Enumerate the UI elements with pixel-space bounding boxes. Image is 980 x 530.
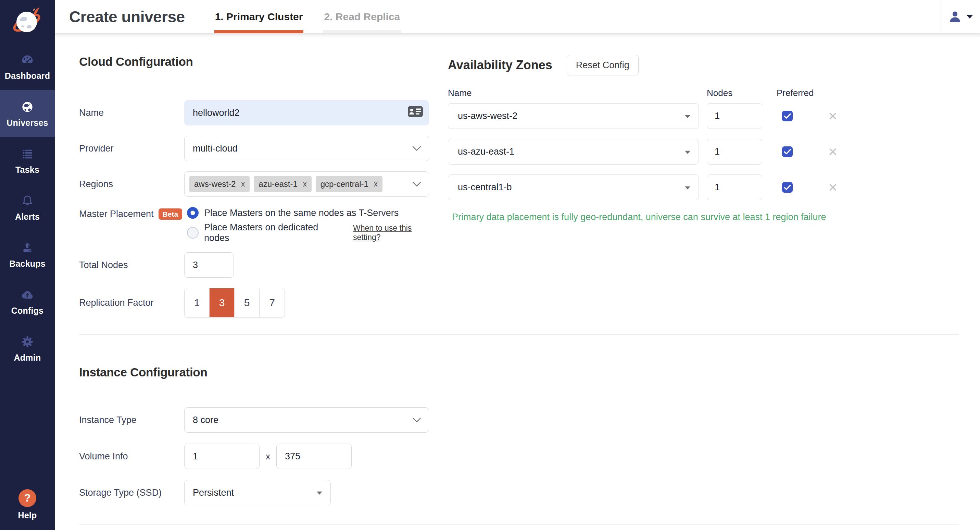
remove-zone-icon[interactable]: ✕ bbox=[828, 145, 838, 159]
storage-type-select[interactable]: Persistent bbox=[184, 480, 331, 505]
page-header: Create universe 1. Primary Cluster 2. Re… bbox=[55, 0, 980, 33]
sidebar-item-label: Universes bbox=[6, 118, 48, 128]
availability-zones-title: Availability Zones bbox=[448, 58, 552, 72]
preferred-checkbox-checked[interactable] bbox=[782, 146, 793, 157]
check-icon bbox=[784, 184, 791, 190]
task-list-icon bbox=[20, 146, 35, 161]
az-nodes-input[interactable]: 1 bbox=[707, 139, 762, 164]
master-placement-label: Master Placement Beta bbox=[79, 207, 184, 220]
tab-primary-cluster[interactable]: 1. Primary Cluster bbox=[214, 0, 304, 33]
radio-same-nodes[interactable]: Place Masters on the same nodes as T-Ser… bbox=[187, 207, 437, 219]
triangle-down-icon bbox=[685, 150, 690, 153]
sidebar-item-help[interactable]: ? Help bbox=[0, 484, 55, 525]
instance-type-select[interactable]: 8 core bbox=[184, 407, 429, 433]
wizard-tabs: 1. Primary Cluster 2. Read Replica bbox=[214, 0, 421, 33]
sidebar-item-tasks[interactable]: Tasks bbox=[0, 137, 55, 184]
reset-config-button[interactable]: Reset Config bbox=[567, 55, 639, 75]
az-col-nodes: Nodes bbox=[707, 88, 762, 98]
availability-zones-header: Availability Zones Reset Config bbox=[448, 55, 879, 75]
volume-info-label: Volume Info bbox=[79, 451, 184, 462]
rf-option-7[interactable]: 7 bbox=[259, 288, 285, 317]
preferred-checkbox-checked[interactable] bbox=[782, 182, 793, 193]
sidebar-item-label: Tasks bbox=[16, 165, 40, 175]
az-col-name: Name bbox=[448, 88, 699, 98]
sidebar-item-label: Configs bbox=[11, 306, 43, 316]
sidebar-item-label: Admin bbox=[14, 353, 41, 363]
storage-type-row: Storage Type (SSD) Persistent bbox=[79, 480, 437, 505]
region-chip: aws-west-2 x bbox=[189, 176, 250, 192]
az-row: us-central1-b 1 ✕ bbox=[448, 174, 879, 200]
regions-label: Regions bbox=[79, 179, 184, 190]
chevron-down-icon bbox=[412, 143, 421, 154]
az-col-preferred: Preferred bbox=[776, 88, 828, 98]
universe-name-input[interactable]: helloworld2 bbox=[184, 100, 429, 126]
provider-row: Provider multi-cloud bbox=[79, 136, 437, 161]
total-nodes-row: Total Nodes 3 bbox=[79, 252, 437, 278]
create-universe-page: Dashboard Universes Tasks Alerts bbox=[0, 0, 980, 530]
page-title: Create universe bbox=[69, 8, 185, 26]
radio-unselected-icon bbox=[187, 227, 199, 239]
content-area: Cloud Configuration Name helloworld2 Pro… bbox=[55, 33, 980, 530]
chevron-down-icon bbox=[966, 14, 973, 19]
sidebar-item-universes[interactable]: Universes bbox=[0, 90, 55, 137]
tab-read-replica[interactable]: 2. Read Replica bbox=[323, 0, 401, 33]
replication-factor-label: Replication Factor bbox=[79, 298, 184, 308]
app-logo[interactable] bbox=[0, 0, 55, 41]
master-placement-row: Master Placement Beta Place Masters on t… bbox=[79, 207, 437, 243]
cloud-upload-icon bbox=[20, 287, 35, 302]
rf-option-5[interactable]: 5 bbox=[235, 288, 259, 317]
universe-name-value: helloworld2 bbox=[193, 108, 240, 118]
region-chip: azu-east-1 x bbox=[254, 176, 311, 192]
triangle-down-icon bbox=[317, 492, 322, 495]
rf-option-3[interactable]: 3 bbox=[210, 288, 235, 317]
rf-option-1[interactable]: 1 bbox=[185, 288, 210, 317]
instance-type-label: Instance Type bbox=[79, 415, 184, 425]
instance-configuration-title: Instance Configuration bbox=[79, 366, 437, 379]
provider-select[interactable]: multi-cloud bbox=[184, 136, 429, 161]
globe-icon bbox=[20, 99, 35, 115]
remove-region-icon[interactable]: x bbox=[303, 180, 307, 188]
active-tab-underline bbox=[214, 30, 304, 33]
az-zone-select[interactable]: us-aws-west-2 bbox=[448, 103, 699, 129]
sidebar-item-label: Alerts bbox=[15, 212, 40, 222]
az-row: us-aws-west-2 1 ✕ bbox=[448, 103, 879, 129]
sidebar-item-dashboard[interactable]: Dashboard bbox=[0, 43, 55, 90]
contact-card-icon[interactable] bbox=[407, 106, 423, 120]
user-menu[interactable] bbox=[940, 0, 980, 33]
availability-zones-section: Availability Zones Reset Config Name Nod… bbox=[448, 55, 879, 222]
triangle-down-icon bbox=[685, 186, 690, 189]
storage-type-label: Storage Type (SSD) bbox=[79, 487, 184, 498]
beta-badge: Beta bbox=[159, 208, 183, 220]
cloud-configuration-section: Cloud Configuration Name helloworld2 Pro… bbox=[79, 55, 437, 505]
replication-factor-row: Replication Factor 1 3 5 7 bbox=[79, 288, 437, 318]
az-zone-select[interactable]: us-central1-b bbox=[448, 174, 699, 200]
sidebar-item-admin[interactable]: Admin bbox=[0, 325, 55, 372]
instance-type-row: Instance Type 8 core bbox=[79, 407, 437, 433]
gauge-icon bbox=[20, 53, 35, 67]
when-to-use-link[interactable]: When to use this setting? bbox=[353, 223, 437, 242]
remove-zone-icon[interactable]: ✕ bbox=[828, 109, 838, 123]
sidebar-item-alerts[interactable]: Alerts bbox=[0, 184, 55, 231]
regions-row: Regions aws-west-2 x azu-east-1 x gcp-ce… bbox=[79, 171, 437, 197]
preferred-checkbox-checked[interactable] bbox=[782, 111, 793, 121]
check-icon bbox=[784, 149, 791, 155]
volume-separator: x bbox=[266, 451, 270, 462]
total-nodes-input[interactable]: 3 bbox=[184, 252, 234, 278]
sidebar-item-configs[interactable]: Configs bbox=[0, 278, 55, 325]
sidebar-item-backups[interactable]: Backups bbox=[0, 231, 55, 278]
az-nodes-input[interactable]: 1 bbox=[707, 174, 762, 200]
az-nodes-input[interactable]: 1 bbox=[707, 103, 762, 129]
remove-zone-icon[interactable]: ✕ bbox=[828, 181, 838, 195]
az-column-headers: Name Nodes Preferred bbox=[448, 88, 879, 98]
volume-size-input[interactable]: 375 bbox=[276, 444, 352, 469]
volume-count-input[interactable]: 1 bbox=[184, 444, 259, 469]
az-zone-select[interactable]: us-azu-east-1 bbox=[448, 139, 699, 164]
remove-region-icon[interactable]: x bbox=[374, 180, 378, 188]
bell-icon bbox=[20, 193, 35, 208]
inactive-tab-underline bbox=[323, 30, 401, 33]
chevron-down-icon bbox=[412, 415, 421, 425]
remove-region-icon[interactable]: x bbox=[241, 180, 245, 188]
regions-multiselect[interactable]: aws-west-2 x azu-east-1 x gcp-central-1 … bbox=[184, 171, 429, 197]
volume-info-row: Volume Info 1 x 375 bbox=[79, 444, 437, 469]
radio-dedicated-nodes[interactable]: Place Masters on dedicated nodes When to… bbox=[187, 222, 437, 243]
